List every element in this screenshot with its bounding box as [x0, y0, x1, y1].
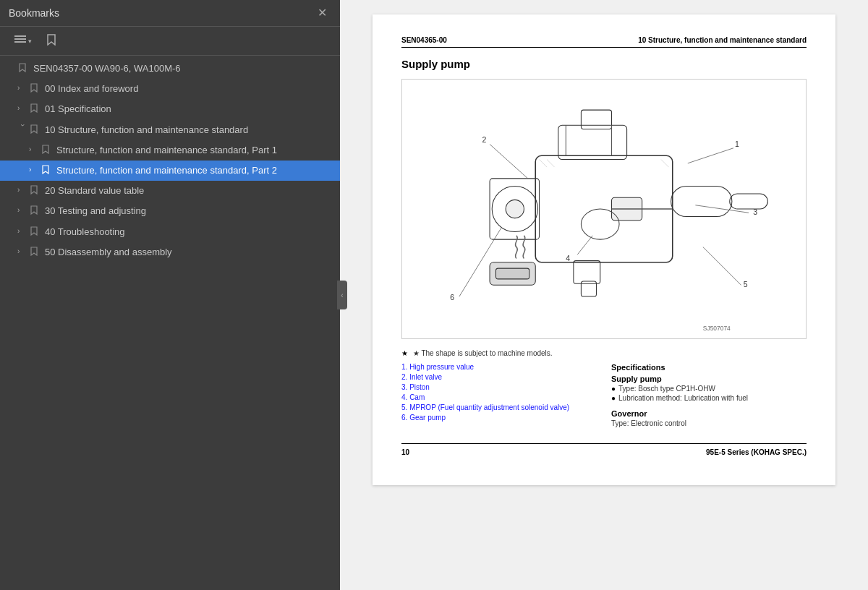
legend-link-5[interactable]: 5. MPROP (Fuel quantity adjustment solen… [401, 403, 569, 411]
diagram-note: ★ ★ The shape is subject to machine mode… [401, 349, 807, 357]
bookmark-icon [30, 205, 41, 217]
expand-arrow-icon: › [29, 145, 39, 153]
diagram-image: 1 2 3 4 5 6 SJ507074 [401, 79, 807, 339]
svg-point-13 [506, 200, 524, 218]
legend-item: 5. MPROP (Fuel quantity adjustment solen… [401, 403, 597, 411]
svg-rect-8 [581, 110, 611, 129]
collapse-panel-button[interactable]: ‹ [337, 281, 347, 309]
section-title: Supply pump [401, 58, 807, 70]
svg-text:2: 2 [482, 135, 487, 144]
list-item[interactable]: › 01 Specification [0, 99, 340, 119]
list-item[interactable]: › Structure, function and maintenance st… [0, 140, 340, 161]
bookmark-label: 20 Standard value table [45, 184, 334, 197]
svg-text:6: 6 [450, 293, 454, 302]
bookmark-icon [30, 83, 41, 95]
list-item[interactable]: › 30 Testing and adjusting [0, 201, 340, 221]
legend-item: 4. Cam [401, 393, 597, 401]
legend-link-2[interactable]: 2. Inlet valve [401, 373, 442, 381]
legend-item: 6. Gear pump [401, 414, 597, 422]
svg-line-27 [540, 160, 548, 168]
legend-link-1[interactable]: 1. High pressure value [401, 363, 474, 371]
bookmark-icon [30, 226, 41, 238]
specs-item: ● Type: Bosch type CP1H-OHW [611, 385, 807, 393]
bookmark-icon [46, 34, 56, 48]
bookmark-view-button[interactable] [41, 31, 61, 51]
governor-title: Governor [611, 409, 807, 418]
svg-rect-6 [730, 194, 768, 209]
svg-line-28 [547, 160, 555, 168]
dropdown-arrow-icon: ▾ [28, 38, 32, 45]
expand-arrow-icon: › [17, 104, 27, 112]
svg-text:1: 1 [735, 140, 739, 148]
svg-text:5: 5 [744, 280, 748, 288]
svg-text:3: 3 [753, 208, 757, 216]
svg-rect-0 [14, 35, 26, 37]
bookmark-icon [42, 145, 52, 156]
panel-title: Bookmarks [9, 7, 59, 19]
svg-text:SJ507074: SJ507074 [703, 325, 731, 332]
bookmark-icon [30, 185, 41, 197]
expand-arrow-icon: › [17, 206, 27, 214]
expand-arrow-icon: › [17, 247, 27, 255]
svg-line-22 [577, 236, 592, 255]
legend-link-4[interactable]: 4. Cam [401, 393, 425, 401]
legend-link-3[interactable]: 3. Piston [401, 383, 430, 391]
bookmark-label: SEN04357-00 WA90-6, WA100M-6 [33, 62, 334, 75]
svg-rect-2 [14, 41, 26, 43]
list-view-icon [14, 34, 27, 48]
chevron-left-icon: ‹ [341, 291, 343, 299]
expand-arrow-icon: › [17, 84, 27, 92]
bookmark-panel: Bookmarks ✕ ▾ [0, 0, 340, 590]
legend-item: 2. Inlet valve [401, 373, 597, 381]
bookmark-label: 00 Index and foreword [45, 82, 334, 95]
page-header-id: SEN04365-00 [401, 36, 447, 44]
bookmark-icon [30, 103, 41, 115]
page-header-section: 10 Structure, function and maintenance s… [638, 36, 807, 44]
expand-arrow-icon: › [17, 186, 27, 194]
legend-column: 1. High pressure value 2. Inlet valve 3.… [401, 363, 597, 429]
specs-column: Specifications Supply pump ● Type: Bosch… [611, 363, 807, 429]
bookmark-icon [30, 124, 41, 136]
page-header: SEN04365-00 10 Structure, function and m… [401, 36, 807, 48]
bookmark-label: 50 Disassembly and assembly [45, 246, 334, 259]
bookmark-icon [19, 63, 29, 74]
bookmark-icon [30, 247, 41, 258]
page-number: 10 [401, 448, 409, 456]
svg-line-19 [688, 148, 733, 163]
governor-section: Governor Type: Electronic control [611, 409, 807, 427]
legend-item: 3. Piston [401, 383, 597, 391]
view-button[interactable]: ▾ [9, 31, 37, 51]
bookmark-label: 30 Testing and adjusting [45, 205, 334, 218]
svg-rect-10 [574, 261, 600, 284]
list-item[interactable]: › 50 Disassembly and assembly [0, 242, 340, 262]
page-footer: 10 95E-5 Series (KOHAG SPEC.) [401, 443, 807, 456]
svg-rect-7 [558, 125, 627, 159]
list-item-selected[interactable]: › Structure, function and maintenance st… [0, 161, 340, 181]
list-item[interactable]: › 20 Standard value table [0, 181, 340, 201]
list-item[interactable]: › 00 Index and foreword [0, 79, 340, 99]
legend-link-6[interactable]: 6. Gear pump [401, 414, 446, 422]
bookmark-label: 10 Structure, function and maintenance s… [45, 124, 334, 137]
list-item[interactable]: SEN04357-00 WA90-6, WA100M-6 [0, 59, 340, 79]
content-columns: 1. High pressure value 2. Inlet valve 3.… [401, 363, 807, 429]
toolbar: ▾ [0, 27, 340, 56]
bookmark-list: SEN04357-00 WA90-6, WA100M-6 › 00 Index … [0, 56, 340, 590]
series-label: 95E-5 Series (KOHAG SPEC.) [706, 448, 807, 456]
document-view: SEN04365-00 10 Structure, function and m… [340, 0, 868, 590]
svg-point-16 [581, 209, 619, 239]
specs-item: ● Lubrication method: Lubrication with f… [611, 394, 807, 402]
list-item[interactable]: › 40 Troubleshooting [0, 222, 340, 242]
svg-line-20 [490, 145, 528, 179]
svg-rect-5 [671, 186, 732, 216]
specs-item: Type: Electronic control [611, 419, 807, 427]
svg-text:4: 4 [566, 254, 570, 262]
expand-arrow-icon: › [17, 227, 27, 235]
close-button[interactable]: ✕ [313, 6, 331, 20]
list-item[interactable]: › 10 Structure, function and maintenance… [0, 120, 340, 140]
specs-title: Specifications [611, 363, 807, 372]
panel-header: Bookmarks ✕ [0, 0, 340, 27]
svg-rect-18 [495, 268, 529, 279]
specs-supply-pump-title: Supply pump [611, 375, 807, 383]
page-content: SEN04365-00 10 Structure, function and m… [373, 14, 835, 485]
expand-arrow-icon: › [19, 124, 27, 134]
